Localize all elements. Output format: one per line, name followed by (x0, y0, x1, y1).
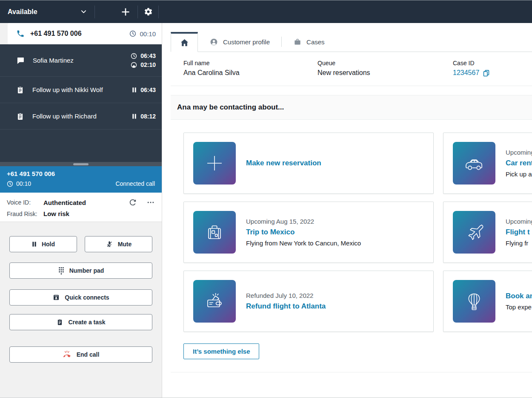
quick-connects-button[interactable]: Quick connects (9, 289, 152, 306)
card-flight[interactable]: Upcoming Flight t Flying fr (443, 202, 532, 263)
contact-name: Sofia Martinez (33, 57, 131, 64)
full-name-label: Full name (183, 60, 317, 66)
agent-status-label: Available (8, 8, 37, 16)
queue-label: Queue (317, 60, 453, 66)
panel-resize-handle[interactable] (0, 162, 162, 166)
card-description: Pick up a (506, 170, 532, 178)
timer-icon (131, 62, 137, 68)
active-call-item[interactable]: +61 491 570 006 00:10 (8, 23, 162, 44)
contact-item-task[interactable]: Follow up with Richard 08:12 (0, 103, 162, 130)
topbar-divider (94, 6, 95, 18)
full-name-value: Ana Carolina Silva (183, 69, 317, 77)
main-content: Customer profile Cases Full name Ana Car… (162, 23, 532, 398)
card-title[interactable]: Refund flight to Atlanta (246, 302, 326, 311)
call-controls: Hold Mute Number pad (0, 222, 162, 398)
fraud-risk-value: Low risk (43, 210, 69, 217)
connected-call-timer: 00:10 (7, 180, 31, 187)
dialpad-icon (58, 267, 65, 275)
card-date: Upcoming (506, 218, 532, 225)
tab-label: Customer profile (223, 38, 270, 46)
pause-icon (31, 241, 37, 247)
tab-label: Cases (306, 38, 325, 46)
fraud-risk-label: Fraud Risk: (7, 211, 43, 217)
tab-bar: Customer profile Cases (171, 32, 532, 52)
contact-duration: 06:43 (131, 52, 156, 59)
topbar-divider (158, 6, 159, 18)
card-description: Flying fr (506, 239, 532, 247)
card-car-rental[interactable]: Upcoming Car rent Pick up a (443, 133, 532, 194)
clock-icon (131, 53, 137, 59)
settings-button[interactable] (141, 5, 155, 19)
task-icon (16, 112, 24, 121)
contact-control-panel: +61 491 570 006 00:10 Sofia Martinez 06:… (0, 23, 162, 398)
card-description: Top expe (506, 303, 532, 311)
voice-id-panel: Voice ID: Authenticated Fraud Risk: Low … (0, 193, 162, 222)
copy-icon[interactable] (483, 69, 490, 77)
chevron-down-icon (80, 9, 87, 15)
agent-status-dropdown[interactable]: Available (8, 8, 87, 16)
card-refund-flight[interactable]: Refunded July 10, 2022 Refund flight to … (183, 271, 434, 332)
briefcase-icon (293, 37, 302, 46)
card-trip-to-mexico[interactable]: Upcoming Aug 15, 2022 Trip to Mexico Fly… (183, 202, 434, 263)
card-title[interactable]: Car rent (506, 159, 532, 167)
clock-icon (129, 30, 136, 37)
gear-icon (144, 7, 153, 16)
contact-timer: 02:10 (131, 61, 156, 68)
active-call-timer: 00:10 (129, 30, 156, 37)
top-bar: Available (0, 0, 532, 23)
suggestion-cards: Make new reservation Upcoming Car rent (183, 133, 532, 332)
something-else-button[interactable]: It’s something else (183, 343, 259, 359)
contact-paused-timer: 08:12 (132, 113, 156, 120)
connected-call-number: +61 491 570 006 (7, 170, 155, 177)
contact-list: Sofia Martinez 06:43 02:10 (0, 44, 162, 162)
contact-card-icon (52, 294, 60, 301)
contact-item-chat[interactable]: Sofia Martinez 06:43 02:10 (0, 44, 162, 77)
suggestions-body: Make new reservation Upcoming Car rent (171, 120, 532, 372)
plus-icon (120, 7, 131, 17)
contact-item-task[interactable]: Follow up with Nikki Wolf 06:43 (0, 77, 162, 103)
phone-icon (16, 29, 25, 38)
end-call-button[interactable]: End call (9, 346, 152, 363)
queue-value: New reservations (317, 69, 453, 77)
end-call-icon (63, 350, 72, 359)
card-date: Upcoming Aug 15, 2022 (246, 218, 361, 225)
call-state-label: Connected call (115, 180, 155, 187)
tab-customer-profile[interactable]: Customer profile (198, 32, 281, 52)
card-title[interactable]: Flight t (506, 228, 532, 236)
card-title[interactable]: Book an (506, 292, 532, 300)
contact-name: Follow up with Nikki Wolf (32, 86, 132, 93)
clock-icon (7, 181, 13, 187)
hold-button[interactable]: Hold (9, 236, 77, 252)
new-contact-button[interactable] (119, 5, 132, 19)
contact-name: Follow up with Richard (32, 112, 132, 120)
more-options-icon[interactable] (146, 198, 155, 207)
pause-icon (132, 87, 137, 93)
mute-button[interactable]: Mute (85, 236, 152, 252)
card-book-experience[interactable]: Book an Top expe (443, 271, 532, 332)
suitcase-icon (193, 211, 236, 254)
card-title[interactable]: Make new reservation (246, 159, 321, 167)
contact-paused-timer: 06:43 (132, 87, 156, 93)
hot-air-balloon-icon (453, 280, 495, 323)
voice-id-value: Authenticated (43, 199, 86, 206)
plus-icon (193, 142, 236, 185)
case-id-link[interactable]: 1234567 (453, 69, 490, 77)
create-task-button[interactable]: Create a task (9, 314, 152, 330)
card-description: Flying from New York to Cancun, Mexico (246, 239, 361, 247)
card-make-new-reservation[interactable]: Make new reservation (183, 133, 434, 194)
tab-cases[interactable]: Cases (282, 32, 336, 52)
suggestions-heading: Ana may be contacting about... (171, 95, 532, 120)
case-id-label: Case ID (453, 60, 490, 66)
task-icon (56, 318, 63, 326)
chat-icon (16, 56, 25, 65)
card-date: Upcoming (506, 149, 532, 156)
tab-home[interactable] (171, 32, 198, 52)
pause-icon (132, 113, 137, 119)
card-date: Refunded July 10, 2022 (246, 292, 326, 299)
refresh-icon[interactable] (129, 198, 137, 207)
card-title[interactable]: Trip to Mexico (246, 228, 361, 236)
person-circle-icon (209, 37, 218, 46)
task-icon (16, 86, 24, 94)
number-pad-button[interactable]: Number pad (9, 262, 152, 279)
plane-icon (453, 211, 495, 254)
